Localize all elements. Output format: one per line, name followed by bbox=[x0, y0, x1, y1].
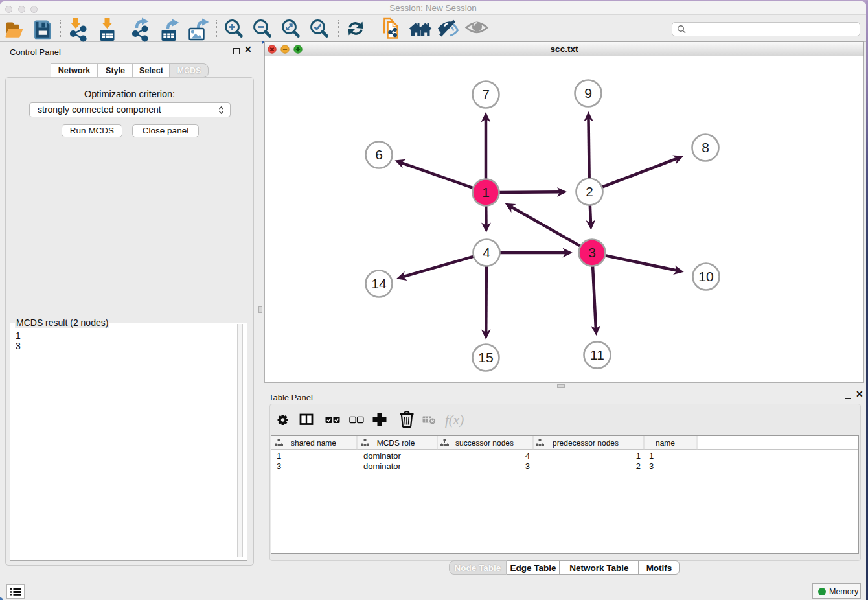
svg-text:MCDS role: MCDS role bbox=[377, 439, 415, 448]
svg-text:4: 4 bbox=[483, 245, 490, 260]
svg-text:2: 2 bbox=[586, 184, 593, 199]
svg-text:predecessor nodes: predecessor nodes bbox=[553, 439, 619, 448]
svg-text:shared name: shared name bbox=[291, 439, 336, 448]
svg-text:6: 6 bbox=[375, 147, 383, 162]
svg-text:3: 3 bbox=[588, 245, 596, 260]
svg-text:1: 1 bbox=[482, 185, 490, 200]
svg-text:7: 7 bbox=[482, 87, 490, 102]
svg-text:name: name bbox=[656, 439, 675, 448]
svg-text:14: 14 bbox=[371, 276, 387, 291]
svg-text:15: 15 bbox=[478, 350, 493, 365]
svg-text:successor nodes: successor nodes bbox=[455, 439, 514, 448]
svg-text:9: 9 bbox=[584, 86, 592, 100]
svg-text:f(x): f(x) bbox=[445, 412, 464, 428]
svg-text:11: 11 bbox=[590, 347, 604, 362]
svg-text:10: 10 bbox=[698, 269, 713, 284]
svg-text:8: 8 bbox=[702, 140, 709, 155]
